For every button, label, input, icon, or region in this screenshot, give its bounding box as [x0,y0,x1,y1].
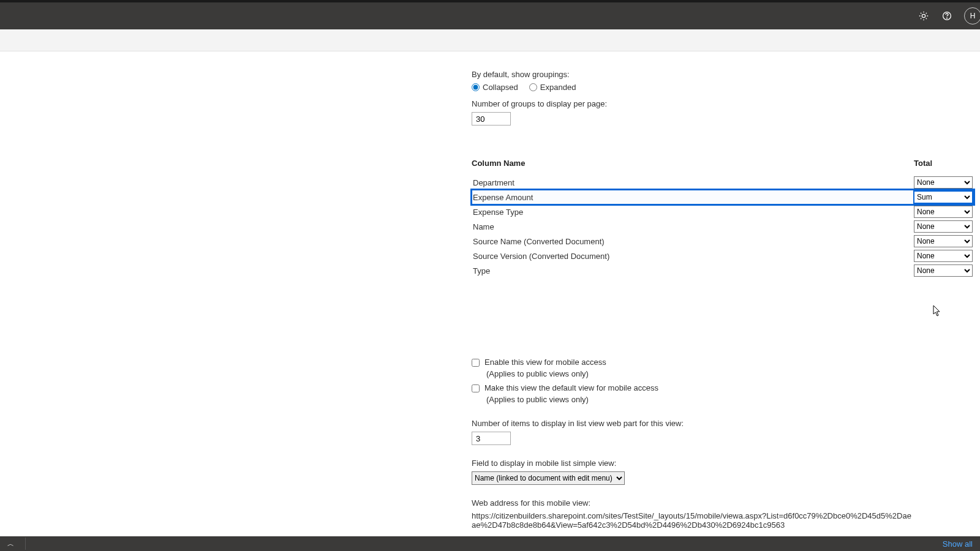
avatar-initial: H [970,12,976,20]
row-label-name: Name [472,222,914,231]
mobile-url-label: Web address for this mobile view: [472,498,974,508]
totals-header-total: Total [914,159,974,168]
show-all-link[interactable]: Show all [943,539,973,549]
divider [25,538,26,550]
groups-per-page-input[interactable] [472,112,511,126]
mobile-field-select[interactable]: Name (linked to document with edit menu) [472,471,625,485]
total-select-expense-type[interactable]: None [914,206,973,218]
ribbon-bar [0,29,980,51]
enable-mobile-checkbox[interactable] [472,359,480,367]
default-mobile-checkbox[interactable] [472,384,480,392]
table-row: Department None [472,175,974,190]
totals-table: Column Name Total Department None Expens… [472,159,974,278]
radio-expanded-input[interactable] [529,83,537,91]
gear-icon[interactable] [918,10,930,22]
mobile-items-input[interactable] [472,432,511,445]
help-icon[interactable] [941,10,953,22]
row-label-source-version: Source Version (Converted Document) [472,252,914,261]
applies-note-1: (Applies to public views only) [486,369,974,378]
svg-point-2 [947,18,948,18]
table-row: Type None [472,263,974,278]
total-select-expense-amount[interactable]: Sum [914,191,973,203]
table-row: Source Version (Converted Document) None [472,249,974,263]
groupings-label: By default, show groupings: [472,70,974,79]
default-mobile-label: Make this view the default view for mobi… [484,383,658,392]
total-select-name[interactable]: None [914,220,973,233]
svg-point-0 [922,14,925,17]
table-row: Source Name (Converted Document) None [472,234,974,249]
bottom-bar: ︿ Show all [0,536,980,551]
enable-mobile-label: Enable this view for mobile access [484,358,606,367]
row-label-expense-amount: Expense Amount [472,193,914,202]
total-select-type[interactable]: None [914,264,973,277]
total-select-department[interactable]: None [914,176,973,189]
groupings-block: By default, show groupings: Collapsed Ex… [472,70,974,126]
radio-collapsed-input[interactable] [472,83,480,91]
app-header: H [0,2,980,29]
total-select-source-version[interactable]: None [914,250,973,262]
mobile-block: Enable this view for mobile access (Appl… [472,358,974,530]
table-row: Expense Type None [472,204,974,219]
row-label-source-name: Source Name (Converted Document) [472,237,914,246]
row-label-expense-type: Expense Type [472,208,914,217]
table-row-highlighted: Expense Amount Sum [472,190,974,204]
radio-collapsed-label: Collapsed [483,83,518,92]
radio-expanded-label: Expanded [540,83,576,92]
radio-expanded[interactable]: Expanded [529,83,576,92]
mobile-field-label: Field to display in mobile list simple v… [472,459,974,468]
groups-per-page-label: Number of groups to display per page: [472,99,974,108]
total-select-source-name[interactable]: None [914,235,973,247]
applies-note-2: (Applies to public views only) [486,395,974,404]
row-label-department: Department [472,178,914,187]
totals-header-column: Column Name [472,159,914,168]
radio-collapsed[interactable]: Collapsed [472,83,518,92]
mobile-items-label: Number of items to display in list view … [472,419,974,428]
chevron-up-icon[interactable]: ︿ [7,539,14,549]
row-label-type: Type [472,266,914,276]
avatar[interactable]: H [964,7,980,24]
table-row: Name None [472,219,974,234]
mobile-url-value: https://citizenbuilders.sharepoint.com/s… [472,511,913,530]
